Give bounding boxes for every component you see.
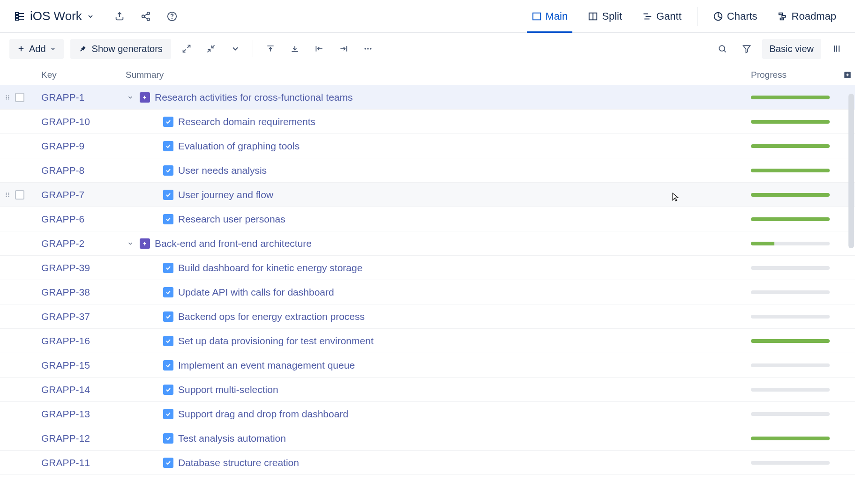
- row-checkbox[interactable]: [15, 190, 24, 200]
- project-switcher[interactable]: iOS Work: [9, 6, 99, 26]
- issue-summary-link[interactable]: Evaluation of graphing tools: [178, 141, 300, 152]
- column-header-progress[interactable]: Progress: [746, 70, 840, 80]
- indent-button[interactable]: [335, 40, 352, 58]
- tab-charts[interactable]: Charts: [704, 0, 767, 33]
- issue-key-link[interactable]: GRAPP-37: [41, 311, 90, 322]
- table-row[interactable]: GRAPP-15Implement an event management qu…: [0, 353, 855, 378]
- export-button[interactable]: [113, 10, 126, 23]
- issue-key-link[interactable]: GRAPP-13: [41, 408, 90, 419]
- issue-summary-link[interactable]: Build dashboard for kinetic energy stora…: [178, 262, 362, 274]
- issue-summary-link[interactable]: User journey and flow: [178, 189, 273, 200]
- filter-button[interactable]: [738, 40, 756, 58]
- issue-key-link[interactable]: GRAPP-39: [41, 262, 90, 273]
- search-button[interactable]: [713, 40, 731, 58]
- row-checkbox[interactable]: [15, 458, 24, 467]
- column-header-key[interactable]: Key: [37, 70, 126, 80]
- issue-summary-link[interactable]: Implement an event management queue: [178, 360, 355, 371]
- table-row[interactable]: GRAPP-14Support multi-selection: [0, 378, 855, 402]
- outdent-button[interactable]: [310, 40, 328, 58]
- row-checkbox[interactable]: [15, 385, 24, 394]
- issue-summary-link[interactable]: Update API with calls for dashboard: [178, 287, 334, 298]
- issue-key-link[interactable]: GRAPP-15: [41, 360, 90, 371]
- collapse-all-button[interactable]: [202, 40, 220, 58]
- expand-all-button[interactable]: [178, 40, 195, 58]
- row-checkbox[interactable]: [15, 434, 24, 443]
- row-checkbox[interactable]: [15, 312, 24, 321]
- row-checkbox[interactable]: [15, 215, 24, 224]
- table-row[interactable]: GRAPP-6Research user personas: [0, 207, 855, 231]
- share-button[interactable]: [139, 10, 152, 23]
- issue-summary-link[interactable]: Research activities for cross-functional…: [155, 92, 353, 103]
- add-button[interactable]: Add: [9, 39, 64, 59]
- column-header-summary[interactable]: Summary: [126, 70, 746, 80]
- row-checkbox[interactable]: [15, 336, 24, 346]
- table-row[interactable]: GRAPP-13Support drag and drop from dashb…: [0, 402, 855, 426]
- row-checkbox[interactable]: [15, 166, 24, 175]
- table-row[interactable]: GRAPP-2Back-end and front-end architectu…: [0, 231, 855, 256]
- collapse-dropdown[interactable]: [226, 40, 244, 58]
- issue-summary-link[interactable]: Back-end and front-end architecture: [155, 238, 312, 249]
- scrollbar[interactable]: [848, 94, 854, 248]
- expand-toggle[interactable]: [126, 240, 135, 247]
- issue-key-link[interactable]: GRAPP-1: [41, 92, 84, 103]
- svg-point-7: [142, 15, 145, 18]
- table-row[interactable]: GRAPP-11Database structure creation: [0, 451, 855, 475]
- table-row[interactable]: GRAPP-12Test analysis automation: [0, 426, 855, 451]
- row-checkbox[interactable]: [15, 288, 24, 297]
- row-checkbox[interactable]: [15, 93, 24, 102]
- issue-key-link[interactable]: GRAPP-6: [41, 214, 84, 224]
- table-row[interactable]: GRAPP-37Backend ops for energy extractio…: [0, 304, 855, 329]
- tab-gantt[interactable]: Gantt: [633, 0, 691, 33]
- issue-summary-link[interactable]: Backend ops for energy extraction proces…: [178, 311, 365, 322]
- tab-roadmap[interactable]: Roadmap: [768, 0, 846, 33]
- svg-point-116: [6, 342, 7, 343]
- issue-key-link[interactable]: GRAPP-7: [41, 189, 84, 200]
- issue-summary-link[interactable]: Research domain requirements: [178, 116, 315, 127]
- table-row[interactable]: GRAPP-8User needs analysis: [0, 158, 855, 183]
- issue-key-link[interactable]: GRAPP-38: [41, 287, 90, 297]
- issue-key-link[interactable]: GRAPP-11: [41, 457, 90, 468]
- table-row[interactable]: GRAPP-1Research activities for cross-fun…: [0, 85, 855, 110]
- more-button[interactable]: [359, 40, 377, 58]
- move-up-button[interactable]: [262, 40, 279, 58]
- issue-key-link[interactable]: GRAPP-10: [41, 116, 90, 127]
- columns-button[interactable]: [828, 40, 846, 58]
- table-row[interactable]: GRAPP-10Research domain requirements: [0, 110, 855, 134]
- row-checkbox[interactable]: [15, 361, 24, 370]
- issue-summary-link[interactable]: Support drag and drop from dashboard: [178, 408, 348, 420]
- row-checkbox[interactable]: [15, 117, 24, 126]
- issue-summary-link[interactable]: User needs analysis: [178, 165, 267, 176]
- view-preset-button[interactable]: Basic view: [762, 39, 821, 59]
- issue-summary-link[interactable]: Research user personas: [178, 214, 285, 225]
- row-checkbox[interactable]: [15, 263, 24, 273]
- svg-point-103: [8, 291, 9, 292]
- issue-key-link[interactable]: GRAPP-2: [41, 238, 84, 249]
- issue-summary-link[interactable]: Support multi-selection: [178, 384, 278, 395]
- issue-summary-link[interactable]: Test analysis automation: [178, 433, 286, 444]
- add-column-button[interactable]: [840, 71, 855, 79]
- table-row[interactable]: GRAPP-38Update API with calls for dashbo…: [0, 280, 855, 304]
- drag-handle[interactable]: [0, 93, 15, 102]
- issue-summary-link[interactable]: Set up data provisioning for test enviro…: [178, 335, 374, 347]
- table-row[interactable]: GRAPP-39Build dashboard for kinetic ener…: [0, 256, 855, 280]
- expand-toggle[interactable]: [126, 94, 135, 101]
- drag-handle[interactable]: [0, 190, 15, 200]
- row-checkbox[interactable]: [15, 141, 24, 151]
- row-checkbox[interactable]: [15, 239, 24, 248]
- svg-point-137: [8, 436, 9, 437]
- issue-summary-link[interactable]: Database structure creation: [178, 457, 299, 468]
- issue-key-link[interactable]: GRAPP-16: [41, 335, 90, 346]
- tab-main[interactable]: Main: [522, 0, 578, 33]
- show-generators-button[interactable]: Show generators: [70, 39, 171, 59]
- issue-key-link[interactable]: GRAPP-9: [41, 141, 84, 151]
- table-row[interactable]: GRAPP-9Evaluation of graphing tools: [0, 134, 855, 158]
- table-row[interactable]: GRAPP-16Set up data provisioning for tes…: [0, 329, 855, 353]
- row-checkbox[interactable]: [15, 409, 24, 419]
- issue-key-link[interactable]: GRAPP-8: [41, 165, 84, 176]
- issue-key-link[interactable]: GRAPP-12: [41, 433, 90, 444]
- help-button[interactable]: [165, 10, 179, 23]
- table-row[interactable]: GRAPP-7User journey and flow: [0, 183, 855, 207]
- move-down-button[interactable]: [286, 40, 304, 58]
- issue-key-link[interactable]: GRAPP-14: [41, 384, 90, 395]
- tab-split[interactable]: Split: [578, 0, 631, 33]
